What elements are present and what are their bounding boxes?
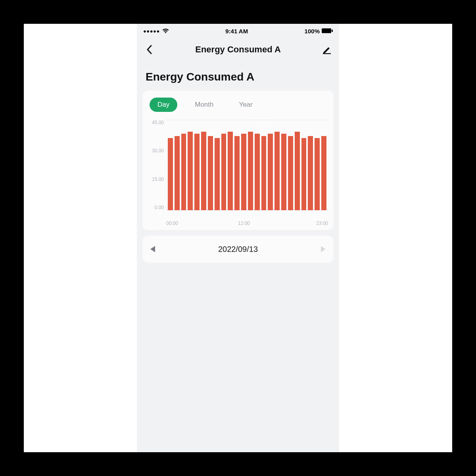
signal-dots-icon: ●●●●● xyxy=(143,28,160,34)
chart-area: 45.00 30.00 15.00 0.00 xyxy=(148,120,328,219)
tab-year[interactable]: Year xyxy=(231,98,260,112)
y-tick: 15.00 xyxy=(152,177,164,182)
svg-rect-1 xyxy=(332,29,333,32)
bar xyxy=(181,134,186,210)
bar xyxy=(194,134,200,210)
x-axis: 00:00 12:00 23:00 xyxy=(148,219,328,226)
back-button[interactable] xyxy=(144,44,154,55)
svg-rect-0 xyxy=(322,28,331,33)
bar xyxy=(268,134,273,210)
bar xyxy=(221,134,226,210)
chart-card: Day Month Year 45.00 30.00 15.00 0.00 xyxy=(142,90,334,230)
phone-frame: ●●●●● 9:41 AM 100% xyxy=(137,24,339,452)
svg-rect-2 xyxy=(323,53,331,54)
bar xyxy=(301,138,307,210)
x-tick: 23:00 xyxy=(316,221,328,226)
bar xyxy=(215,138,220,210)
range-tabs: Day Month Year xyxy=(148,98,328,112)
x-tick: 12:00 xyxy=(238,221,250,226)
bar xyxy=(274,132,280,210)
status-time: 9:41 AM xyxy=(225,28,248,35)
bar xyxy=(175,136,180,210)
prev-date-button[interactable] xyxy=(150,246,155,252)
bar xyxy=(281,134,286,210)
date-picker: 2022/09/13 xyxy=(142,236,334,263)
statusbar: ●●●●● 9:41 AM 100% xyxy=(137,24,339,38)
status-right: 100% xyxy=(305,28,333,35)
bar xyxy=(234,136,240,210)
battery-icon xyxy=(322,28,333,35)
bar xyxy=(208,136,213,210)
x-tick: 00:00 xyxy=(166,221,178,226)
chart-plot xyxy=(166,120,328,210)
bar xyxy=(321,136,326,210)
status-left: ●●●●● xyxy=(143,28,169,35)
bar xyxy=(308,136,313,210)
bar xyxy=(228,132,233,210)
bar xyxy=(188,132,193,210)
bar xyxy=(295,132,300,210)
y-axis: 45.00 30.00 15.00 0.00 xyxy=(148,120,165,210)
pencil-icon xyxy=(322,45,332,54)
bar xyxy=(248,132,253,210)
page-title: Energy Consumed A xyxy=(137,61,339,90)
tab-day[interactable]: Day xyxy=(150,98,177,112)
chevron-left-icon xyxy=(146,45,152,54)
tab-month[interactable]: Month xyxy=(187,98,221,112)
bar xyxy=(241,134,246,210)
bar xyxy=(288,136,293,210)
bar xyxy=(261,136,267,210)
next-date-button[interactable] xyxy=(321,246,326,252)
nav-header: Energy Consumed A xyxy=(137,38,339,61)
bar xyxy=(201,132,206,210)
wifi-icon xyxy=(162,28,169,35)
bar xyxy=(315,138,320,210)
y-tick: 45.00 xyxy=(152,120,164,125)
y-tick: 30.00 xyxy=(152,148,164,154)
edit-button[interactable] xyxy=(322,44,332,55)
battery-percent: 100% xyxy=(305,28,320,35)
nav-title: Energy Consumed A xyxy=(195,44,281,55)
bar xyxy=(255,134,260,210)
y-tick: 0.00 xyxy=(155,205,164,210)
bar xyxy=(168,138,173,210)
bars-container xyxy=(168,120,326,210)
date-label[interactable]: 2022/09/13 xyxy=(218,245,258,254)
